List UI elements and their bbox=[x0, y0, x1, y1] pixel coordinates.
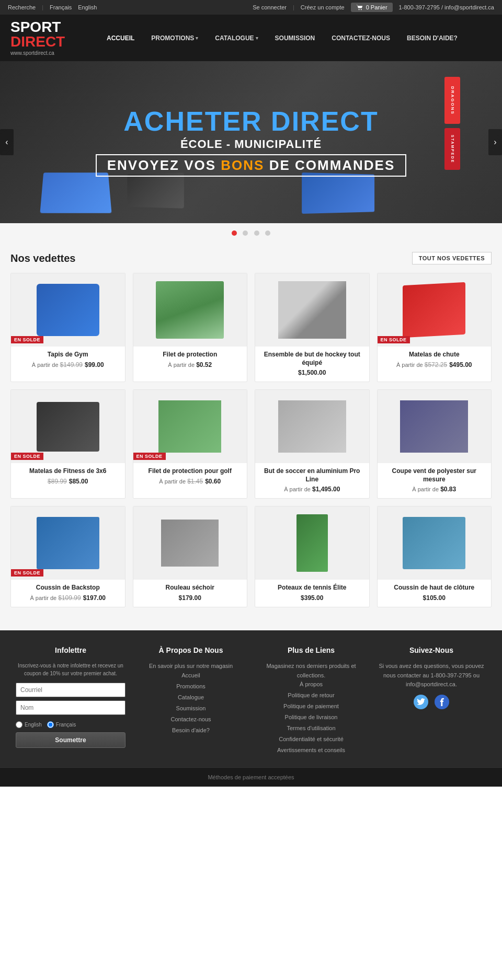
product-name-tennis-post: Poteaux de tennis Élite bbox=[259, 584, 365, 592]
nav-contactez[interactable]: CONTACTEZ-NOUS bbox=[324, 30, 397, 46]
signin-link[interactable]: Se connecter bbox=[253, 4, 287, 10]
vedettes-header: Nos vedettes TOUT NOS VEDETTES bbox=[10, 252, 492, 264]
hero-bons-text: ENVOYEZ VOS BONS DE COMMANDES bbox=[107, 157, 395, 174]
product-image-golf-net: EN SOLDE bbox=[133, 390, 247, 463]
twitter-button[interactable] bbox=[414, 695, 428, 709]
product-price-backstop: À partir de $109.99$197.00 bbox=[15, 594, 121, 602]
lang-fr[interactable]: Français bbox=[50, 4, 72, 10]
product-card-soccer[interactable]: But de soccer en aluminium Pro Line À pa… bbox=[255, 389, 370, 499]
vedettes-all-button[interactable]: TOUT NOS VEDETTES bbox=[412, 252, 492, 264]
about-link-contactez[interactable]: Contactez-nous bbox=[136, 715, 246, 723]
product-card-gym-mat[interactable]: EN SOLDE Tapis de Gym À partir de $149.9… bbox=[10, 273, 126, 382]
payment-label: Méthodes de paiement acceptées bbox=[208, 774, 294, 780]
footer-follow: Suivez-Nous Si vous avez des questions, … bbox=[376, 646, 486, 757]
hero-subtitle: ÉCOLE - MUNICIPALITÉ bbox=[96, 137, 407, 151]
slider-dot-3[interactable] bbox=[254, 230, 259, 236]
product-name-backstop: Coussin de Backstop bbox=[15, 584, 121, 592]
about-link-catalogue[interactable]: Catalogue bbox=[136, 693, 246, 701]
search-label[interactable]: Recherche bbox=[8, 4, 36, 10]
product-badge-backstop: EN SOLDE bbox=[11, 569, 43, 577]
product-card-matelas-chute[interactable]: EN SOLDE Matelas de chute À partir de $5… bbox=[377, 273, 492, 382]
logo-direct: DIRECT bbox=[10, 33, 65, 50]
about-link-soumission[interactable]: Soumission bbox=[136, 704, 246, 712]
nav-soumission[interactable]: SOUMISSION bbox=[268, 30, 323, 46]
logo-url: www.sportdirect.ca bbox=[10, 50, 84, 56]
facebook-button[interactable] bbox=[435, 695, 449, 709]
hero-bons-highlight: BONS bbox=[221, 157, 264, 173]
slider-dot-4[interactable] bbox=[265, 230, 270, 236]
product-image-filet bbox=[133, 273, 247, 347]
radio-french[interactable] bbox=[47, 721, 54, 728]
newsletter-name-input[interactable] bbox=[16, 700, 126, 715]
top-bar: Recherche | Français English Se connecte… bbox=[0, 0, 502, 15]
product-price-fitness-mat: $89.99$85.00 bbox=[15, 478, 121, 485]
hero-direct-text: DIRECT bbox=[271, 106, 379, 136]
cart-button[interactable]: 0 Panier bbox=[351, 3, 393, 12]
more-link-termes[interactable]: Termes d'utilisation bbox=[256, 724, 366, 732]
product-card-hockey[interactable]: Ensemble de but de hockey tout équipé $1… bbox=[255, 273, 370, 382]
product-image-fitness-mat: EN SOLDE bbox=[11, 390, 125, 463]
newsletter-submit-button[interactable]: Soumettre bbox=[16, 732, 126, 748]
slider-next-button[interactable]: › bbox=[488, 129, 502, 155]
product-card-fitness-mat[interactable]: EN SOLDE Matelas de Fitness de 3x6 $89.9… bbox=[10, 389, 126, 499]
more-link-apropos[interactable]: À propos bbox=[256, 680, 366, 688]
newsletter-form: English Français Soumettre bbox=[16, 683, 126, 748]
radio-english[interactable] bbox=[16, 721, 22, 728]
about-link-accueil[interactable]: Accueil bbox=[136, 671, 246, 679]
promotions-arrow: ▾ bbox=[196, 36, 198, 41]
facebook-icon bbox=[439, 698, 444, 706]
slider-dot-1[interactable] bbox=[232, 230, 237, 236]
product-badge-matelas-chute: EN SOLDE bbox=[378, 336, 410, 343]
radio-french-label[interactable]: Français bbox=[47, 721, 76, 728]
product-badge-golf-net: EN SOLDE bbox=[133, 453, 166, 460]
cart-icon bbox=[356, 4, 363, 10]
product-card-roller[interactable]: Rouleau séchoir $179.00 bbox=[133, 506, 248, 607]
logo-sport: SPORT bbox=[10, 19, 61, 35]
product-name-golf-net: Filet de protection pour golf bbox=[138, 467, 243, 476]
more-link-avertissements[interactable]: Avertissements et conseils bbox=[256, 746, 366, 754]
product-card-windscreen[interactable]: Coupe vent de polyester sur mesure À par… bbox=[377, 389, 492, 499]
follow-title: Suivez-Nous bbox=[376, 646, 486, 654]
vedettes-title: Nos vedettes bbox=[10, 252, 76, 264]
product-card-golf-net[interactable]: EN SOLDE Filet de protection pour golf À… bbox=[133, 389, 248, 499]
product-name-windscreen: Coupe vent de polyester sur mesure bbox=[382, 467, 487, 483]
about-link-promotions[interactable]: Promotions bbox=[136, 682, 246, 690]
product-image-backstop: EN SOLDE bbox=[11, 506, 125, 580]
nav-catalogue[interactable]: CATALOGUE ▾ bbox=[208, 30, 265, 46]
product-image-hockey bbox=[255, 273, 369, 347]
more-links-title: Plus de Liens bbox=[256, 646, 366, 654]
product-image-windscreen bbox=[378, 390, 492, 463]
nav-besoin[interactable]: BESOIN D'AIDE? bbox=[400, 30, 465, 46]
product-price-tennis-post: $395.00 bbox=[259, 594, 365, 602]
nav-promotions[interactable]: PROMOTIONS ▾ bbox=[144, 30, 206, 46]
product-name-gym-mat: Tapis de Gym bbox=[15, 351, 121, 359]
product-card-backstop[interactable]: EN SOLDE Coussin de Backstop À partir de… bbox=[10, 506, 126, 607]
logo[interactable]: SPORT DIRECT www.sportdirect.ca bbox=[10, 20, 84, 56]
nav-accueil[interactable]: ACCUEIL bbox=[99, 30, 142, 46]
hero-product-2 bbox=[126, 174, 183, 207]
more-link-livraison[interactable]: Politique de livraison bbox=[256, 713, 366, 721]
lang-en[interactable]: English bbox=[78, 4, 97, 10]
product-card-filet[interactable]: Filet de protection À partir de $0.52 bbox=[133, 273, 248, 382]
about-title: À Propos De Nous bbox=[136, 646, 246, 654]
product-card-tennis-post[interactable]: Poteaux de tennis Élite $395.00 bbox=[255, 506, 370, 607]
more-links-list: À propos Politique de retour Politique d… bbox=[256, 680, 366, 754]
product-image-gym-mat: EN SOLDE bbox=[11, 273, 125, 347]
create-account-link[interactable]: Créez un compte bbox=[301, 4, 345, 10]
slider-dot-2[interactable] bbox=[243, 230, 248, 236]
contact-info: 1-800-397-2795 / info@sportdirect.ca bbox=[399, 4, 494, 10]
newsletter-email-input[interactable] bbox=[16, 683, 126, 697]
about-link-besoin[interactable]: Besoin d'aide? bbox=[136, 726, 246, 734]
hero-acheter-text: ACHETER bbox=[123, 106, 271, 136]
main-content: Nos vedettes TOUT NOS VEDETTES EN SOLDE … bbox=[0, 241, 502, 630]
footer-newsletter: Infolettre Inscrivez-vous à notre infole… bbox=[16, 646, 126, 757]
product-price-hockey: $1,500.00 bbox=[259, 369, 365, 376]
more-link-confidentialite[interactable]: Confidentialité et sécurité bbox=[256, 735, 366, 743]
more-link-paiement[interactable]: Politique de paiement bbox=[256, 702, 366, 710]
slider-prev-button[interactable]: ‹ bbox=[0, 129, 14, 155]
product-card-fence-pad[interactable]: Coussin de haut de clôture $105.00 bbox=[377, 506, 492, 607]
footer-bottom: Méthodes de paiement acceptées bbox=[0, 767, 502, 787]
radio-english-label[interactable]: English bbox=[16, 721, 42, 728]
main-header: SPORT DIRECT www.sportdirect.ca ACCUEIL … bbox=[0, 15, 502, 61]
more-link-retour[interactable]: Politique de retour bbox=[256, 691, 366, 699]
